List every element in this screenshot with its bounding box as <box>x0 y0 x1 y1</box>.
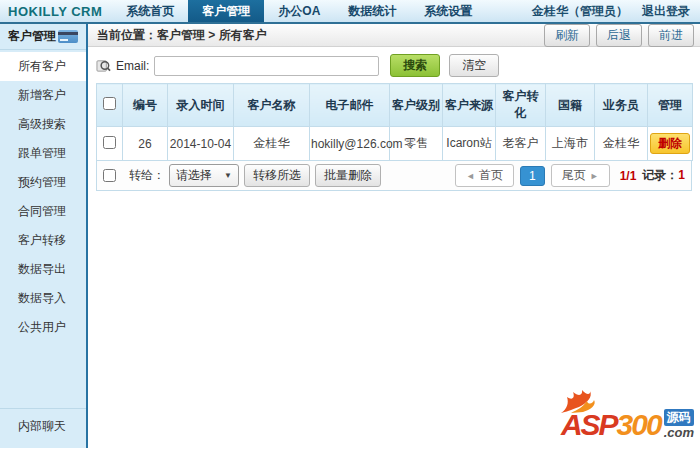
cell-customer-name: 金桂华 <box>234 127 310 161</box>
sidebar: 客户管理 所有客户 新增客户 高级搜索 跟单管理 预约管理 合同管理 客户转移 … <box>0 24 88 448</box>
col-header-manage: 管理 <box>648 84 693 127</box>
main-nav: 系统首页 客户管理 办公OA 数据统计 系统设置 <box>112 0 486 22</box>
card-icon <box>58 30 78 43</box>
refresh-button[interactable]: 刷新 <box>544 24 590 47</box>
asp300-watermark: ASP 300 源码 .com <box>561 409 694 440</box>
nav-system-home[interactable]: 系统首页 <box>112 0 188 22</box>
last-page-button[interactable]: 尾页 ► <box>551 164 610 187</box>
transfer-select[interactable]: 请选择 ▼ <box>169 164 239 187</box>
customer-table: 编号 录入时间 客户名称 电子邮件 客户级别 客户来源 客户转化 国籍 业务员 … <box>96 83 693 161</box>
col-header-customer-name: 客户名称 <box>234 84 310 127</box>
sidebar-item-advanced-search[interactable]: 高级搜索 <box>0 110 86 139</box>
first-page-button[interactable]: ◄ 首页 <box>455 164 514 187</box>
record-count: 记录：1 <box>642 167 685 184</box>
cell-salesperson: 金桂华 <box>595 127 648 161</box>
watermark-yuanma-badge: 源码 <box>664 409 694 425</box>
table-header-row: 编号 录入时间 客户名称 电子邮件 客户级别 客户来源 客户转化 国籍 业务员 … <box>97 84 693 127</box>
nav-office-oa[interactable]: 办公OA <box>264 0 334 22</box>
sidebar-item-data-export[interactable]: 数据导出 <box>0 255 86 284</box>
page-info: 1/1 <box>620 169 637 183</box>
col-header-salesperson: 业务员 <box>595 84 648 127</box>
search-row: Email: 搜索 清空 <box>96 54 694 77</box>
chevron-down-icon: ▼ <box>224 171 232 180</box>
col-header-id: 编号 <box>123 84 168 127</box>
breadcrumb-bar: 当前位置：客户管理 > 所有客户 刷新 后退 前进 <box>88 24 700 47</box>
breadcrumb: 当前位置：客户管理 > 所有客户 <box>94 27 267 44</box>
sidebar-item-add-customer[interactable]: 新增客户 <box>0 81 86 110</box>
transfer-label: 转给： <box>129 167 165 184</box>
select-all-checkbox[interactable] <box>103 97 116 110</box>
watermark-com-text: .com <box>664 426 694 440</box>
search-button[interactable]: 搜索 <box>390 54 440 77</box>
sidebar-item-data-import[interactable]: 数据导入 <box>0 284 86 313</box>
table-footer-bar: 转给： 请选择 ▼ 转移所选 批量删除 ◄ 首页 1 尾页 ► 1/1 记录：1 <box>96 161 692 191</box>
col-header-entry-time: 录入时间 <box>168 84 234 127</box>
col-header-level: 客户级别 <box>390 84 443 127</box>
cell-id: 26 <box>123 127 168 161</box>
sidebar-item-order-tracking[interactable]: 跟单管理 <box>0 139 86 168</box>
right-arrow-icon: ► <box>590 171 599 181</box>
watermark-300-text: 300 <box>617 410 661 440</box>
table-row: 26 2014-10-04 金桂华 hokilly@126.com 零售 Ica… <box>97 127 693 161</box>
sidebar-item-customer-transfer[interactable]: 客户转移 <box>0 226 86 255</box>
sidebar-item-all-customers[interactable]: 所有客户 <box>0 52 86 81</box>
batch-delete-button[interactable]: 批量删除 <box>315 164 381 187</box>
cell-entry-time: 2014-10-04 <box>168 127 234 161</box>
cell-nationality: 上海市 <box>546 127 595 161</box>
pagination: ◄ 首页 1 尾页 ► 1/1 记录：1 <box>455 164 685 187</box>
sidebar-item-public-users[interactable]: 公共用户 <box>0 313 86 342</box>
nav-system-settings[interactable]: 系统设置 <box>410 0 486 22</box>
cell-source: Icaron站 <box>443 127 496 161</box>
main-content: 当前位置：客户管理 > 所有客户 刷新 后退 前进 Email: 搜索 清空 <box>88 24 700 448</box>
email-search-input[interactable] <box>154 56 379 76</box>
nav-data-statistics[interactable]: 数据统计 <box>334 0 410 22</box>
sidebar-item-contracts[interactable]: 合同管理 <box>0 197 86 226</box>
footer-select-checkbox[interactable] <box>103 169 116 182</box>
transfer-selected-button[interactable]: 转移所选 <box>244 164 310 187</box>
cell-email: hokilly@126.com <box>310 127 390 161</box>
current-user-label: 金桂华（管理员） <box>532 3 628 20</box>
col-header-nationality: 国籍 <box>546 84 595 127</box>
row-select-checkbox[interactable] <box>103 136 116 149</box>
col-header-conversion: 客户转化 <box>496 84 546 127</box>
current-page-button[interactable]: 1 <box>520 166 545 186</box>
left-arrow-icon: ◄ <box>466 171 475 181</box>
transfer-select-value: 请选择 <box>176 167 212 184</box>
clear-button[interactable]: 清空 <box>449 54 499 77</box>
back-button[interactable]: 后退 <box>596 24 642 47</box>
top-bar: HOKILLY CRM 系统首页 客户管理 办公OA 数据统计 系统设置 金桂华… <box>0 0 700 24</box>
forward-button[interactable]: 前进 <box>648 24 694 47</box>
email-label: Email: <box>116 59 149 73</box>
flame-icon <box>557 389 617 415</box>
sidebar-item-appointments[interactable]: 预约管理 <box>0 168 86 197</box>
delete-button[interactable]: 删除 <box>650 133 690 154</box>
col-header-email: 电子邮件 <box>310 84 390 127</box>
col-header-source: 客户来源 <box>443 84 496 127</box>
magnifier-icon <box>96 58 111 73</box>
sidebar-title: 客户管理 <box>8 28 56 45</box>
cell-conversion: 老客户 <box>496 127 546 161</box>
app-logo: HOKILLY CRM <box>0 0 112 22</box>
sidebar-item-internal-chat[interactable]: 内部聊天 <box>0 408 86 448</box>
logout-link[interactable]: 退出登录 <box>642 3 690 20</box>
nav-customer-management[interactable]: 客户管理 <box>188 0 264 22</box>
